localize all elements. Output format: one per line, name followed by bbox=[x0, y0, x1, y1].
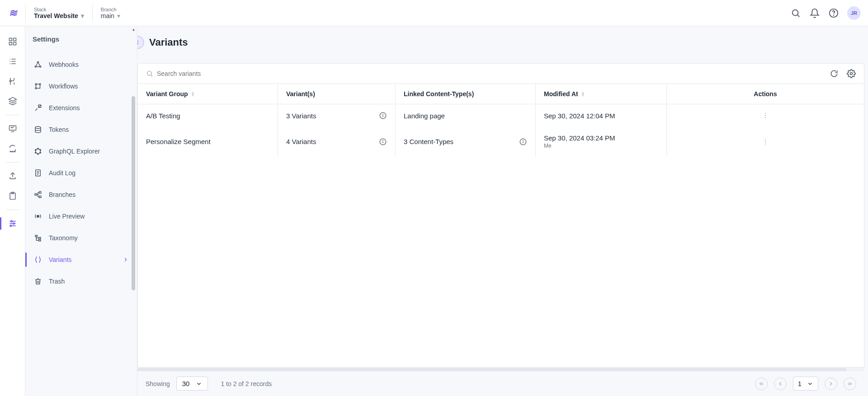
sidebar-item-label: Live Preview bbox=[49, 213, 85, 220]
col-header-variants: Variant(s) bbox=[278, 84, 396, 104]
sidebar-item-tokens[interactable]: Tokens bbox=[25, 119, 137, 140]
sidebar-item-branches[interactable]: Branches bbox=[25, 184, 137, 205]
rail-content-types[interactable] bbox=[4, 72, 22, 90]
last-page-button[interactable] bbox=[844, 377, 856, 390]
table-row[interactable]: A/B Testing3 VariantsLanding pageSep 30,… bbox=[138, 104, 864, 127]
svg-point-25 bbox=[13, 223, 14, 224]
top-bar: ≋ Stack Travel Website ▾ Branch main ▾ bbox=[0, 0, 868, 26]
sidebar-item-variants[interactable]: Variants bbox=[25, 249, 137, 270]
rail-automation[interactable] bbox=[4, 140, 22, 158]
main-content: Variants Variant Group▴▾ Variant(s) bbox=[137, 26, 868, 396]
scrollbar-thumb[interactable] bbox=[132, 96, 135, 290]
cell-variants: 3 Variants bbox=[278, 104, 396, 127]
svg-point-60 bbox=[383, 114, 383, 115]
sidebar-scrollbar[interactable]: ▴ bbox=[132, 26, 136, 396]
rail-releases[interactable] bbox=[4, 167, 22, 185]
cell-actions bbox=[667, 104, 864, 127]
sidebar-title: Settings bbox=[25, 26, 137, 54]
scrollbar-thumb[interactable] bbox=[137, 368, 846, 371]
svg-point-35 bbox=[35, 126, 41, 129]
svg-point-32 bbox=[39, 84, 41, 85]
sidebar-item-label: Webhooks bbox=[49, 61, 79, 68]
cell-group: Personalize Segment bbox=[138, 127, 278, 156]
workflow-icon bbox=[33, 82, 42, 91]
search-icon bbox=[146, 70, 153, 77]
sidebar-item-label: Variants bbox=[49, 256, 71, 263]
svg-line-56 bbox=[151, 75, 152, 76]
next-page-button[interactable] bbox=[825, 377, 837, 390]
sidebar-item-label: GraphQL Explorer bbox=[49, 148, 100, 155]
rail-settings[interactable] bbox=[4, 214, 22, 233]
stack-selector[interactable]: Stack Travel Website ▾ bbox=[25, 4, 92, 22]
page-number-input[interactable]: 1 bbox=[793, 377, 818, 391]
sidebar-item-label: Audit Log bbox=[49, 169, 75, 177]
rail-tasks[interactable] bbox=[4, 187, 22, 205]
svg-rect-50 bbox=[35, 235, 38, 237]
col-header-group[interactable]: Variant Group▴▾ bbox=[138, 84, 278, 104]
cell-group: A/B Testing bbox=[138, 104, 278, 127]
svg-point-70 bbox=[765, 139, 766, 140]
search-input[interactable] bbox=[157, 70, 247, 77]
sidebar-item-workflows[interactable]: Workflows bbox=[25, 75, 137, 97]
bell-icon[interactable] bbox=[809, 8, 820, 19]
first-page-button[interactable] bbox=[755, 377, 768, 390]
svg-point-28 bbox=[38, 61, 39, 63]
svg-point-55 bbox=[147, 71, 151, 75]
col-header-modified[interactable]: Modified At▴▾ bbox=[536, 84, 667, 104]
svg-point-31 bbox=[35, 84, 37, 85]
svg-point-72 bbox=[765, 143, 766, 144]
col-header-content-types: Linked Content-Type(s) bbox=[396, 84, 536, 104]
info-icon[interactable] bbox=[519, 138, 527, 146]
sidebar-item-trash[interactable]: Trash bbox=[25, 270, 137, 292]
row-actions-button[interactable] bbox=[762, 138, 769, 145]
svg-point-30 bbox=[40, 66, 41, 67]
branch-selector[interactable]: Branch main ▾ bbox=[92, 4, 128, 22]
rail-monitor[interactable] bbox=[4, 120, 22, 138]
svg-point-71 bbox=[765, 141, 766, 142]
branch-value: main bbox=[101, 12, 114, 19]
table-body: A/B Testing3 VariantsLanding pageSep 30,… bbox=[138, 104, 864, 367]
sidebar-item-label: Branches bbox=[49, 191, 75, 198]
variants-panel: Variant Group▴▾ Variant(s) Linked Conten… bbox=[137, 63, 864, 368]
variants-icon bbox=[33, 255, 42, 264]
svg-point-57 bbox=[850, 73, 853, 75]
rail-dashboard[interactable] bbox=[4, 33, 22, 51]
svg-rect-4 bbox=[9, 38, 12, 41]
sidebar-item-extensions[interactable]: Extensions bbox=[25, 97, 137, 119]
svg-rect-6 bbox=[9, 42, 12, 45]
svg-point-27 bbox=[10, 225, 11, 226]
search-icon[interactable] bbox=[790, 8, 801, 19]
info-icon[interactable] bbox=[379, 112, 387, 120]
horizontal-scrollbar[interactable] bbox=[137, 368, 864, 371]
help-icon[interactable] bbox=[828, 8, 839, 19]
sidebar-item-taxonomy[interactable]: Taxonomy bbox=[25, 227, 137, 249]
branch-label: Branch bbox=[101, 7, 120, 12]
cell-modified: Sep 30, 2024 12:04 PM bbox=[536, 104, 667, 127]
sidebar-item-webhooks[interactable]: Webhooks bbox=[25, 54, 137, 75]
cell-content-types: Landing page bbox=[396, 104, 536, 127]
chevron-right-icon bbox=[123, 256, 129, 263]
sidebar-item-audit-log[interactable]: Audit Log bbox=[25, 162, 137, 184]
table-settings-button[interactable] bbox=[847, 69, 856, 78]
audit-icon bbox=[33, 168, 42, 177]
rail-assets[interactable] bbox=[4, 92, 22, 110]
rail-entries[interactable] bbox=[4, 52, 22, 70]
sidebar-item-live-preview[interactable]: Live Preview bbox=[25, 205, 137, 227]
prev-page-button[interactable] bbox=[774, 377, 787, 390]
info-icon[interactable] bbox=[379, 138, 387, 146]
sidebar-item-label: Tokens bbox=[49, 126, 69, 133]
avatar[interactable]: JR bbox=[847, 6, 861, 20]
svg-point-18 bbox=[12, 151, 13, 152]
search-variants[interactable] bbox=[146, 70, 830, 77]
refresh-button[interactable] bbox=[830, 69, 839, 78]
stack-label: Stack bbox=[34, 7, 84, 12]
logo[interactable]: ≋ bbox=[0, 7, 25, 19]
sidebar-item-graphql[interactable]: GraphQL Explorer bbox=[25, 140, 137, 162]
table-row[interactable]: Personalize Segment4 Variants3 Content-T… bbox=[138, 127, 864, 156]
logo-icon: ≋ bbox=[8, 7, 17, 19]
svg-rect-51 bbox=[39, 238, 41, 239]
page-size-select[interactable]: 30 bbox=[176, 377, 208, 391]
table-header: Variant Group▴▾ Variant(s) Linked Conten… bbox=[138, 84, 864, 104]
sidebar-item-label: Extensions bbox=[49, 104, 80, 112]
row-actions-button[interactable] bbox=[762, 112, 769, 119]
